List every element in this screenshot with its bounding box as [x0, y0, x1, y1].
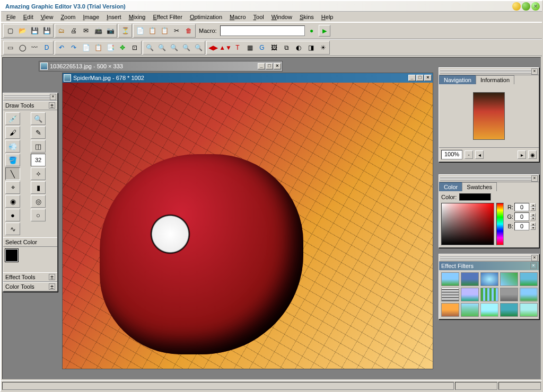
- menu-edit[interactable]: Edit: [20, 13, 37, 21]
- filter-thumb[interactable]: [441, 288, 459, 301]
- flip-h-icon[interactable]: ◀▶: [207, 42, 219, 54]
- panel-close-icon[interactable]: ×: [530, 263, 537, 269]
- filter-thumb[interactable]: [520, 303, 538, 317]
- save-icon[interactable]: 💾: [29, 25, 40, 37]
- print-icon[interactable]: 🖨: [68, 25, 80, 37]
- zoom-out-icon[interactable]: 🔍: [144, 42, 155, 54]
- spin-up-icon[interactable]: ▴: [530, 213, 536, 217]
- menu-insert[interactable]: Insert: [103, 13, 125, 21]
- select-rect-icon[interactable]: ▭: [4, 42, 16, 54]
- gradient-icon[interactable]: ▮: [31, 181, 46, 194]
- g-input[interactable]: [514, 212, 529, 221]
- menu-macro[interactable]: Macro: [226, 13, 249, 21]
- hue-slider[interactable]: [496, 203, 504, 245]
- document-window-1[interactable]: 1036226513.jpg - 500 × 333 _ □ ×: [39, 61, 283, 72]
- g-icon[interactable]: G: [256, 42, 268, 54]
- close-button[interactable]: ×: [531, 2, 540, 11]
- text-icon[interactable]: T: [232, 42, 243, 54]
- nav-thumbnail[interactable]: [473, 92, 505, 140]
- filter-thumb[interactable]: [461, 272, 479, 286]
- panel-close-icon[interactable]: ×: [531, 68, 538, 75]
- zoom-out-nav-icon[interactable]: ◦: [465, 150, 473, 159]
- saveall-icon[interactable]: 💾: [41, 25, 52, 37]
- color-swatch[interactable]: [5, 249, 27, 270]
- macro-input[interactable]: [220, 25, 305, 36]
- filter-thumb[interactable]: [480, 288, 498, 301]
- menu-help[interactable]: Help: [318, 13, 337, 21]
- doc2-maximize-icon[interactable]: □: [416, 75, 424, 81]
- levels-icon[interactable]: ◨: [305, 42, 317, 54]
- layers-icon[interactable]: ▦: [244, 42, 256, 54]
- pencil-icon[interactable]: ✎: [31, 126, 46, 139]
- tab-information[interactable]: Information: [476, 75, 514, 84]
- zoom-value[interactable]: 100%: [441, 150, 462, 159]
- target2-icon[interactable]: ◎: [31, 195, 46, 208]
- scan-icon[interactable]: 📠: [92, 25, 104, 37]
- filter-thumb[interactable]: [520, 272, 538, 286]
- maximize-button[interactable]: [522, 2, 530, 11]
- paste-icon[interactable]: 📋: [146, 25, 158, 37]
- clone-icon[interactable]: ⌖: [5, 181, 20, 194]
- contrast-icon[interactable]: ◐: [293, 42, 304, 54]
- filter-thumb[interactable]: [441, 272, 459, 286]
- zoom-slider-left-icon[interactable]: ◂: [475, 150, 484, 159]
- foreground-color-icon[interactable]: [5, 249, 18, 262]
- brush-size-input[interactable]: [31, 154, 46, 166]
- collapse-icon[interactable]: ±: [49, 102, 55, 109]
- filter-thumb[interactable]: [461, 303, 479, 317]
- spin-up-icon[interactable]: ▴: [530, 203, 536, 207]
- paste-special-icon[interactable]: 📋: [159, 25, 170, 37]
- color-panel[interactable]: × Color Swatches Color: R:▴▾ G:▴▾ B:▴▾: [439, 174, 539, 248]
- panel-close-icon[interactable]: ×: [50, 94, 56, 100]
- macro-record-icon[interactable]: ●: [306, 25, 318, 37]
- menu-window[interactable]: Window: [268, 13, 295, 21]
- menu-view[interactable]: View: [38, 13, 57, 21]
- zoom-in-nav-icon[interactable]: ◉: [528, 150, 537, 159]
- menu-zoom[interactable]: Zoom: [57, 13, 78, 21]
- expand-icon[interactable]: ±: [49, 283, 55, 290]
- wand-icon[interactable]: ✧: [31, 167, 46, 180]
- filter-thumb[interactable]: [441, 303, 459, 317]
- color-gradient-picker[interactable]: [441, 203, 494, 245]
- doc1-maximize-icon[interactable]: □: [266, 63, 273, 69]
- draw-tools-panel[interactable]: × Draw Tools ± 💉 🔍 🖌 ✎ 💨 ◫ 🪣 ╲ ✧ ⌖ ▮ ◉ ◎: [3, 93, 58, 292]
- spin-down-icon[interactable]: ▾: [530, 217, 536, 220]
- circle-fill-icon[interactable]: ●: [5, 209, 20, 221]
- b-input[interactable]: [514, 222, 529, 230]
- resize-icon[interactable]: ⧉: [281, 42, 292, 54]
- navigation-panel[interactable]: × Navigation Information 100% ◦ ◂ ▸ ◉: [439, 67, 539, 162]
- doc2-close-icon[interactable]: ×: [424, 75, 432, 81]
- eraser-icon[interactable]: ◫: [31, 140, 46, 153]
- filter-thumb[interactable]: [480, 272, 498, 286]
- curve-icon[interactable]: ∿: [5, 222, 20, 235]
- timer-icon[interactable]: ⏳: [119, 25, 131, 37]
- mail-icon[interactable]: ✉: [80, 25, 92, 37]
- tab-swatches[interactable]: Swatches: [462, 182, 497, 191]
- doc1-minimize-icon[interactable]: _: [258, 63, 265, 69]
- brightness-icon[interactable]: ☀: [317, 42, 329, 54]
- new-icon[interactable]: ▢: [4, 25, 16, 37]
- browse-icon[interactable]: 🗂: [56, 25, 67, 37]
- document-window-2[interactable]: SpiderMan.jpg - 678 * 1002 _ □ ×: [62, 73, 433, 369]
- undo-icon[interactable]: ↶: [56, 42, 67, 54]
- zoom-in-icon[interactable]: 🔍: [156, 42, 168, 54]
- r-input[interactable]: [514, 203, 529, 211]
- filter-thumb[interactable]: [500, 288, 518, 301]
- filter-thumb[interactable]: [480, 303, 498, 317]
- cut-icon[interactable]: ✂: [171, 25, 182, 37]
- open-icon[interactable]: 📂: [16, 25, 28, 37]
- expand-icon[interactable]: ±: [49, 274, 55, 280]
- delete-icon[interactable]: 🗑: [183, 25, 195, 37]
- menu-effect[interactable]: Effect Filter: [150, 13, 185, 21]
- move-icon[interactable]: ✥: [117, 42, 128, 54]
- minimize-button[interactable]: [512, 2, 521, 11]
- capture-icon[interactable]: 📷: [104, 25, 116, 37]
- panel-close-icon[interactable]: ×: [531, 175, 538, 182]
- crop-icon[interactable]: ⊡: [129, 42, 141, 54]
- brush-icon[interactable]: 🖌: [5, 126, 20, 139]
- tab-navigation[interactable]: Navigation: [439, 75, 476, 84]
- zoom-fit-icon[interactable]: 🔍: [168, 42, 180, 54]
- tab-color[interactable]: Color: [439, 182, 462, 191]
- menu-mixing[interactable]: Mixing: [126, 13, 149, 21]
- menu-skins[interactable]: Skins: [296, 13, 317, 21]
